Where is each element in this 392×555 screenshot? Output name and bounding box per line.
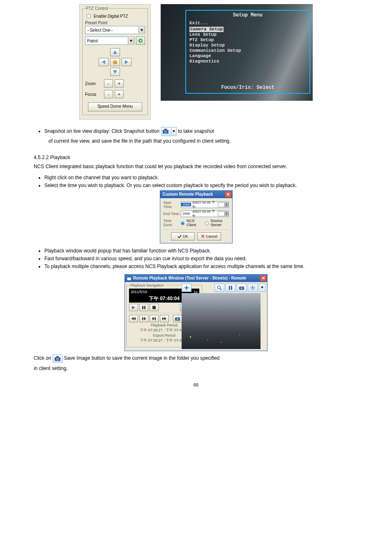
svg-line-27 (251, 286, 251, 286)
ptz-right-button[interactable] (122, 58, 131, 66)
bullet-pb4: Fast forward/backward in various speed, … (44, 255, 359, 262)
window-title: Remote Playback Window (Test Server - St… (133, 276, 246, 280)
fast-forward-button[interactable] (160, 315, 169, 322)
step-forward-button[interactable] (150, 315, 159, 322)
close-button[interactable]: ✕ (260, 275, 266, 281)
svg-rect-12 (142, 317, 143, 320)
preset-point-value: --Select One-- (85, 28, 138, 32)
focus-plus-button[interactable]: + (115, 90, 124, 98)
snapshot-tool-button[interactable] (237, 284, 247, 292)
zoom-minus-button[interactable]: - (104, 79, 113, 88)
osd-item-ptz-setup[interactable]: PTZ Setup (189, 37, 309, 43)
svg-point-16 (218, 286, 221, 289)
ptz-home-button[interactable] (110, 58, 120, 66)
tz-source-server-radio[interactable]: Source Server (203, 219, 229, 227)
dialog-title: Custom Remote Playback (163, 192, 213, 197)
window-icon (127, 276, 131, 281)
settings-dropdown[interactable] (259, 284, 265, 292)
ok-button[interactable]: OK (171, 232, 195, 240)
bullet-pb1: Right click on the channel that you want… (44, 174, 359, 181)
ptz-control-panel: PTZ Control Enable Digital PTZ Preset Po… (79, 4, 151, 120)
add-channel-button[interactable] (182, 284, 191, 292)
save-image-note: in client setting. (34, 365, 359, 372)
ptz-left-button[interactable] (99, 58, 108, 66)
osd-item-exit[interactable]: Exit... (189, 21, 309, 26)
enable-digital-ptz-checkbox[interactable]: Enable Digital PTZ (85, 13, 145, 19)
enable-digital-ptz-input[interactable] (87, 14, 91, 18)
fast-backward-button[interactable] (129, 315, 138, 322)
time-spinner[interactable]: ▴▾ (225, 202, 228, 207)
patrol-value: Patrol (85, 39, 128, 43)
end-time-field[interactable]: 2008 /03/27 02:45 下午 ▴▾ (181, 210, 228, 217)
close-button[interactable]: ✕ (225, 192, 231, 197)
preset-point-select[interactable]: --Select One-- (85, 26, 145, 34)
calendar-icon[interactable] (218, 211, 225, 216)
zoom-tool-button[interactable] (214, 284, 224, 292)
zoom-plus-button[interactable]: + (115, 79, 124, 88)
osd-item-diagnostics[interactable]: Diagnostics (189, 59, 309, 64)
osd-menu-list: Exit... Camera Setup Lens Setup PTZ Setu… (189, 21, 309, 64)
svg-line-28 (254, 289, 254, 289)
bullet-snapshot: Snapshot on live view display: Click Sna… (44, 127, 359, 136)
ptz-up-button[interactable] (110, 48, 120, 56)
start-time-field[interactable]: 2008 /03/27 02:45 下午 ▴▾ (181, 201, 228, 208)
svg-rect-9 (152, 306, 156, 309)
osd-title: Setup Menu (186, 12, 309, 18)
svg-rect-19 (231, 286, 232, 290)
svg-rect-2 (164, 129, 167, 130)
patrol-go-button[interactable] (136, 37, 145, 45)
end-time-label: End Time: (164, 212, 181, 216)
playback-intro: NCS Client integrated basic playback fun… (34, 163, 359, 170)
save-image-button[interactable] (173, 315, 182, 322)
save-image-line: Click on Save Image button to save the c… (34, 354, 359, 363)
speed-dome-menu-button[interactable]: Speed Dome Menu (88, 102, 142, 111)
settings-tool-button[interactable] (248, 284, 258, 292)
bullet-pb5: To playback multiple channels, please ac… (44, 263, 359, 270)
snapshot-note: of current live view, and save the file … (48, 138, 359, 144)
osd-item-language[interactable]: Language (189, 53, 309, 59)
chevron-down-icon[interactable] (128, 37, 134, 44)
playback-video-feed (182, 293, 261, 349)
svg-point-15 (177, 318, 178, 319)
pause-tool-button[interactable] (226, 284, 235, 292)
svg-point-4 (165, 131, 166, 132)
camera-setup-preview: Setup Menu Exit... Camera Setup Lens Set… (161, 4, 313, 101)
svg-rect-18 (229, 286, 230, 290)
page-number: 66 (33, 382, 359, 387)
svg-rect-7 (142, 306, 143, 309)
cancel-button[interactable]: Cancel (197, 232, 221, 240)
svg-line-30 (254, 286, 254, 286)
stop-button[interactable] (150, 304, 159, 311)
enable-digital-ptz-label: Enable Digital PTZ (94, 14, 128, 18)
save-image-button-inline[interactable] (53, 354, 62, 363)
remote-playback-window: Remote Playback Window (Test Server - St… (125, 274, 267, 351)
bullet-pb2: Select the time you wish to playback. Or… (44, 182, 359, 189)
ptz-down-button[interactable] (110, 68, 120, 76)
section-title-playback: 4.5.2.2 Playback (34, 154, 359, 161)
focus-minus-button[interactable]: - (104, 90, 113, 98)
svg-rect-13 (155, 317, 156, 320)
ptz-group-title: PTZ Control (85, 6, 109, 11)
preset-point-label: Preset Point (85, 21, 145, 25)
chevron-down-icon[interactable] (171, 127, 176, 135)
calendar-icon[interactable] (218, 202, 225, 207)
time-spinner[interactable]: ▴▾ (225, 211, 228, 216)
playback-navigation-legend: Playback Navigation (129, 283, 165, 287)
tz-ncs-client-radio[interactable]: NCS Client (179, 219, 200, 227)
pause-button[interactable] (139, 304, 148, 311)
bullet-pb3: Playback window would popup that has fam… (44, 247, 359, 254)
osd-item-camera-setup[interactable]: Camera Setup (189, 27, 224, 32)
osd-item-communication-setup[interactable]: Communication Setup (189, 48, 309, 53)
snapshot-button[interactable] (161, 127, 177, 136)
chevron-down-icon[interactable] (138, 27, 145, 33)
osd-item-lens-setup[interactable]: Lens Setup (189, 32, 309, 37)
time-zone-label: Time Zone: (164, 219, 179, 227)
svg-point-22 (252, 287, 254, 289)
ptz-groupbox: PTZ Control Enable Digital PTZ Preset Po… (82, 6, 148, 115)
osd-item-display-setup[interactable]: Display Setup (189, 43, 309, 48)
osd-footer: Focus/Iris: Select (186, 85, 309, 90)
svg-point-34 (57, 358, 58, 360)
step-backward-button[interactable] (139, 315, 148, 322)
play-button[interactable] (129, 304, 138, 311)
patrol-select[interactable]: Patrol (85, 37, 134, 45)
